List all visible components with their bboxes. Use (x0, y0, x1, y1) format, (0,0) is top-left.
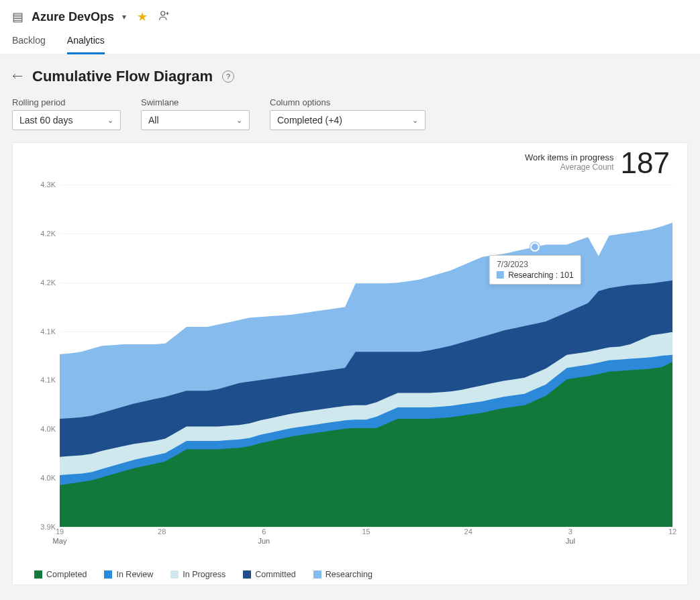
x-tick: 12 (668, 527, 677, 536)
y-tick: 4.0K (40, 425, 56, 433)
chart-plot-area[interactable]: 7/3/2023Researching : 101 (60, 185, 672, 527)
swimlane-value: All (148, 115, 159, 126)
chevron-down-icon: ⌄ (236, 116, 242, 125)
rolling-period-value: Last 60 days (19, 115, 72, 126)
x-tick: 19May (53, 527, 67, 546)
legend-researching[interactable]: Researching (313, 570, 372, 579)
person-add-icon[interactable] (158, 9, 170, 24)
y-tick: 4.2K (40, 230, 56, 238)
y-tick: 4.1K (40, 328, 56, 336)
legend-completed[interactable]: Completed (34, 570, 87, 579)
column-options-select[interactable]: Completed (+4) ⌄ (270, 110, 426, 130)
tab-backlog[interactable]: Backlog (12, 31, 46, 54)
page-title: Cumulative Flow Diagram (32, 68, 213, 85)
chart-hover-marker (530, 242, 540, 252)
project-icon: ▤ (12, 9, 23, 24)
x-tick: 24 (464, 527, 472, 536)
y-tick: 4.3K (40, 181, 56, 189)
svg-point-0 (161, 11, 165, 15)
rolling-period-label: Rolling period (12, 97, 121, 107)
kpi-label-1: Work items in progress (525, 152, 614, 162)
swimlane-label: Swimlane (141, 97, 250, 107)
chevron-down-icon: ⌄ (412, 116, 418, 125)
x-tick: 6Jun (258, 527, 270, 546)
kpi-value: 187 (621, 148, 670, 178)
x-tick: 15 (362, 527, 370, 536)
legend-in-review[interactable]: In Review (104, 570, 153, 579)
breadcrumb-title[interactable]: Azure DevOps (32, 10, 114, 24)
x-tick: 28 (158, 527, 166, 536)
x-axis: 19May286Jun15243Jul12 (60, 527, 672, 554)
chevron-down-icon[interactable]: ▾ (122, 12, 126, 21)
chart-legend: Completed In Review In Progress Committe… (28, 570, 672, 579)
legend-committed[interactable]: Committed (243, 570, 295, 579)
kpi-label-2: Average Count (525, 162, 614, 172)
legend-in-progress[interactable]: In Progress (170, 570, 226, 579)
help-icon[interactable]: ? (222, 70, 234, 83)
column-options-label: Column options (270, 97, 426, 107)
back-arrow-icon[interactable]: 🡐 (12, 70, 23, 83)
chart-card: Work items in progress Average Count 187… (12, 142, 688, 585)
rolling-period-select[interactable]: Last 60 days ⌄ (12, 110, 121, 130)
chevron-down-icon: ⌄ (107, 116, 113, 125)
chart-tooltip: 7/3/2023Researching : 101 (489, 255, 581, 285)
star-icon[interactable]: ★ (134, 9, 150, 24)
swimlane-select[interactable]: All ⌄ (141, 110, 250, 130)
y-tick: 4.0K (40, 474, 56, 482)
y-tick: 4.2K (40, 279, 56, 287)
kpi-block: Work items in progress Average Count 187 (525, 152, 670, 178)
x-tick: 3Jul (566, 527, 575, 546)
column-options-value: Completed (+4) (277, 115, 342, 126)
y-tick: 4.1K (40, 376, 56, 384)
y-axis: 3.9K4.0K4.0K4.1K4.1K4.2K4.2K4.3K (28, 185, 60, 527)
tab-analytics[interactable]: Analytics (67, 31, 105, 54)
